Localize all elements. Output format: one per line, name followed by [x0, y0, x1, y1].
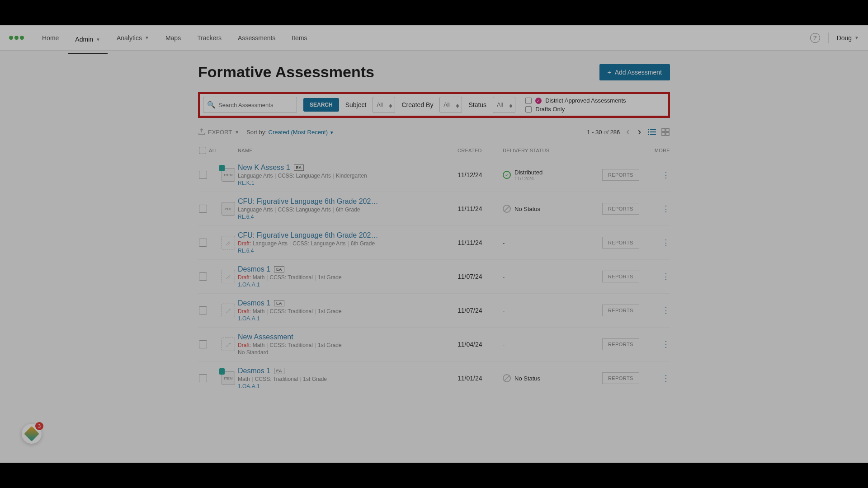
filter-bar-highlight: 🔍 SEARCH Subject All Created By All Stat… [198, 92, 670, 118]
reports-button[interactable]: REPORTS [602, 305, 639, 316]
drafts-only-checkbox[interactable] [525, 106, 532, 113]
select-all-checkbox[interactable] [199, 147, 206, 154]
reports-button[interactable]: REPORTS [602, 372, 639, 384]
search-box: 🔍 [203, 97, 297, 113]
reports-button[interactable]: REPORTS [602, 237, 639, 249]
delivery-status: - [503, 307, 602, 314]
assessment-thumbnail-icon: PDF [222, 202, 235, 216]
assessment-meta: Draft: Math|CCSS: Traditional|1st Grade [238, 274, 458, 281]
delivery-status: - [503, 239, 602, 246]
standard-link[interactable]: RL.K.1 [238, 180, 458, 186]
list-view-icon[interactable] [647, 127, 656, 136]
sort-label: Sort by: [246, 129, 267, 136]
list-toolbar: EXPORT ▼ Sort by: Created (Most Recent) … [198, 126, 670, 138]
row-more-menu[interactable]: ⋮ [647, 339, 670, 349]
row-name-cell: New AssessmentDraft: Math|CCSS: Traditio… [238, 333, 458, 356]
row-more-menu[interactable]: ⋮ [647, 373, 670, 383]
row-name-cell: Desmos 1 EADraft: Math|CCSS: Traditional… [238, 265, 458, 288]
row-checkbox[interactable] [199, 171, 207, 179]
help-icon[interactable]: ? [810, 33, 820, 43]
add-assessment-button[interactable]: + Add Assessment [599, 64, 670, 80]
status-none-icon [503, 205, 511, 213]
ea-badge: EA [274, 368, 284, 374]
row-checkbox[interactable] [199, 340, 207, 348]
chevron-down-icon: ▼ [96, 37, 100, 42]
row-checkbox[interactable] [199, 374, 207, 382]
assessment-meta: Draft: Math|CCSS: Traditional|1st Grade [238, 342, 458, 348]
nav-item-trackers[interactable]: Trackers [190, 31, 229, 45]
row-more-menu[interactable]: ⋮ [647, 238, 670, 248]
created-date: 11/12/24 [458, 171, 503, 178]
table-row: CFU: Figurative Language 6th Grade 202…D… [198, 226, 670, 260]
status-label: Status [468, 101, 486, 108]
row-checkbox[interactable] [199, 205, 207, 213]
svg-rect-3 [650, 131, 656, 132]
row-more-menu[interactable]: ⋮ [647, 305, 670, 315]
status-select[interactable]: All [493, 97, 515, 113]
table-row: PDFCFU: Figurative Language 6th Grade 20… [198, 192, 670, 226]
reports-button[interactable]: REPORTS [602, 203, 639, 215]
created-date: 11/01/24 [458, 375, 503, 382]
nav-item-admin[interactable]: Admin▼ [68, 31, 108, 54]
filter-bar: 🔍 SEARCH Subject All Created By All Stat… [203, 97, 665, 113]
svg-rect-2 [648, 131, 649, 133]
nav-item-home[interactable]: Home [35, 31, 66, 45]
search-input[interactable] [218, 102, 293, 108]
assessment-title-link[interactable]: New Assessment [238, 333, 458, 341]
assessment-title-link[interactable]: Desmos 1 EA [238, 265, 458, 273]
status-none-icon [503, 374, 511, 382]
status-distributed-icon: ✓ [503, 171, 511, 179]
row-checkbox[interactable] [199, 306, 207, 314]
sort-control[interactable]: Sort by: Created (Most Recent) ▼ [246, 129, 334, 136]
assessment-title-link[interactable]: Desmos 1 EA [238, 299, 458, 307]
pagination-next-button[interactable]: › [636, 126, 643, 138]
user-menu[interactable]: Doug ▼ [837, 34, 859, 42]
chevron-down-icon: ▼ [330, 130, 334, 135]
pagination-range: 1 - 30 [587, 129, 602, 136]
assessment-title-link[interactable]: CFU: Figurative Language 6th Grade 202… [238, 231, 458, 239]
subject-select[interactable]: All [373, 97, 395, 113]
row-more-menu[interactable]: ⋮ [647, 272, 670, 282]
pagination-prev-button[interactable]: ‹ [624, 126, 631, 138]
ea-badge: EA [274, 300, 284, 306]
approved-badge-icon: ✓ [535, 98, 542, 104]
svg-rect-6 [662, 128, 665, 131]
assessment-title-link[interactable]: Desmos 1 EA [238, 367, 458, 375]
search-button[interactable]: SEARCH [303, 98, 339, 112]
standard-link[interactable]: RL.6.4 [238, 214, 458, 220]
reports-button[interactable]: REPORTS [602, 271, 639, 282]
standard-link[interactable]: RL.6.4 [238, 248, 458, 254]
row-more-menu[interactable]: ⋮ [647, 170, 670, 180]
assessment-thumbnail-icon [222, 270, 235, 283]
row-name-cell: CFU: Figurative Language 6th Grade 202…D… [238, 231, 458, 254]
grid-view-icon[interactable] [661, 127, 670, 136]
svg-rect-7 [666, 128, 669, 131]
reports-button[interactable]: REPORTS [602, 338, 639, 350]
standard-link[interactable]: 1.OA.A.1 [238, 315, 458, 322]
page-header: Formative Assessments + Add Assessment [198, 63, 670, 81]
row-checkbox[interactable] [199, 272, 207, 281]
nav-item-maps[interactable]: Maps [158, 31, 188, 45]
row-checkbox[interactable] [199, 239, 207, 247]
nav-item-items[interactable]: Items [284, 31, 314, 45]
assessment-title-link[interactable]: New K Assess 1 EA [238, 164, 458, 172]
row-more-menu[interactable]: ⋮ [647, 204, 670, 214]
district-approved-checkbox[interactable] [525, 98, 532, 104]
standard-link[interactable]: 1.OA.A.1 [238, 383, 458, 389]
table-header: ALL NAME CREATED DELIVERY STATUS MORE [198, 143, 670, 158]
svg-rect-8 [662, 132, 665, 136]
nav-item-assessments[interactable]: Assessments [231, 31, 283, 45]
delivery-status: ✓Distributed11/12/24 [503, 169, 602, 181]
export-button[interactable]: EXPORT ▼ [198, 128, 239, 136]
assessment-title-link[interactable]: CFU: Figurative Language 6th Grade 202… [238, 197, 458, 206]
reports-button[interactable]: REPORTS [602, 169, 639, 181]
ea-badge: EA [294, 164, 304, 171]
standard-link[interactable]: 1.OA.A.1 [238, 282, 458, 288]
floating-notification-badge[interactable] [22, 424, 42, 444]
createdby-select[interactable]: All [439, 97, 462, 113]
draft-label: Draft: [238, 342, 251, 348]
chevron-down-icon: ▼ [145, 35, 149, 40]
row-name-cell: CFU: Figurative Language 6th Grade 202…L… [238, 197, 458, 220]
nav-item-analytics[interactable]: Analytics▼ [109, 31, 156, 45]
ea-badge: EA [274, 266, 284, 272]
